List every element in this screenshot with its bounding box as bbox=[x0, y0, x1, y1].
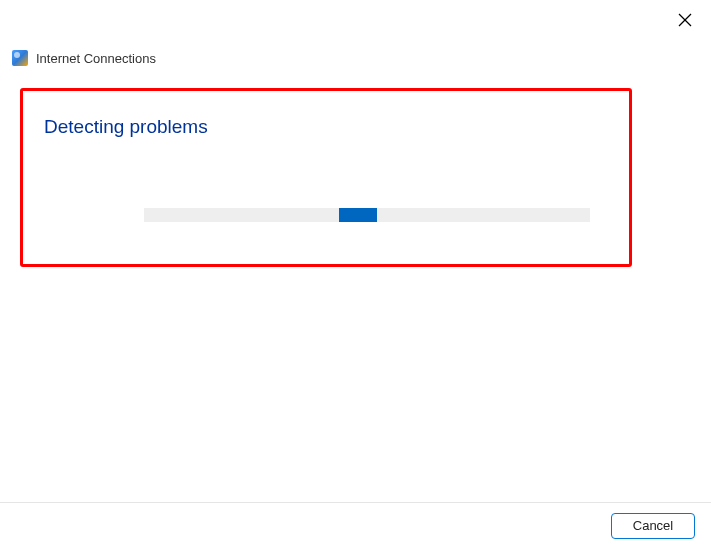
highlight-annotation bbox=[20, 88, 632, 267]
footer: Cancel bbox=[0, 502, 711, 548]
close-button[interactable] bbox=[677, 12, 693, 28]
window-title: Internet Connections bbox=[36, 51, 156, 66]
progress-indicator bbox=[339, 208, 377, 222]
progress-bar bbox=[144, 208, 590, 222]
status-heading: Detecting problems bbox=[44, 116, 208, 138]
cancel-button[interactable]: Cancel bbox=[611, 513, 695, 539]
window-header: Internet Connections bbox=[12, 50, 156, 66]
troubleshooter-icon bbox=[12, 50, 28, 66]
close-icon bbox=[678, 13, 692, 27]
